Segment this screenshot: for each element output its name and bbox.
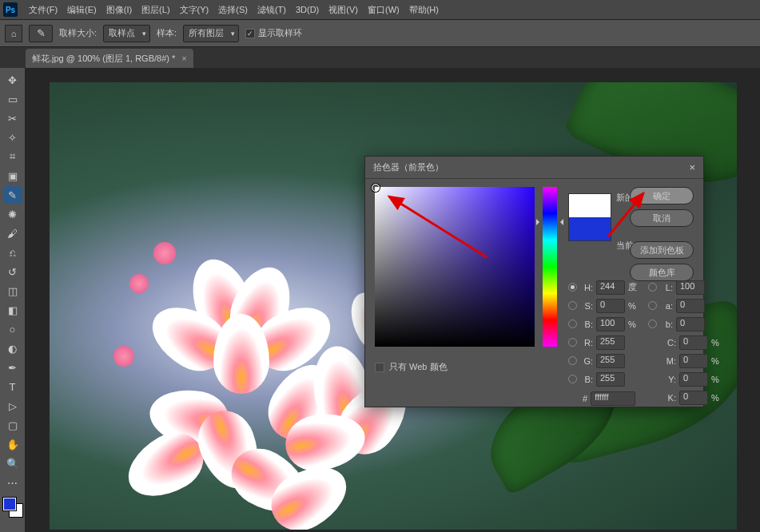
menu-3d[interactable]: 3D(D) [291, 5, 324, 14]
label-b2: b: [660, 320, 673, 329]
crop-tool[interactable]: ⌗ [3, 148, 22, 165]
label-l: L: [660, 283, 673, 292]
input-g[interactable]: 255 [596, 354, 625, 368]
label-k: K: [663, 393, 676, 403]
history-brush-tool[interactable]: ↺ [3, 263, 22, 280]
input-m[interactable]: 0 [679, 354, 708, 368]
label-a: a: [660, 301, 673, 311]
radio-l[interactable] [648, 283, 657, 292]
menu-view[interactable]: 视图(V) [324, 4, 363, 16]
canvas-area[interactable]: 拾色器（前景色） × 新的 当前 [26, 68, 760, 532]
blur-tool[interactable]: ○ [3, 320, 22, 338]
menu-file[interactable]: 文件(F) [24, 4, 62, 16]
document-tab-row: 鲜花.jpg @ 100% (图层 1, RGB/8#) * × [0, 47, 760, 68]
checkbox-icon: ✓ [245, 29, 255, 38]
gradient-tool[interactable]: ◧ [3, 301, 22, 319]
close-icon[interactable]: × [689, 161, 695, 173]
input-b2[interactable]: 0 [676, 317, 705, 332]
dialog-titlebar[interactable]: 拾色器（前景色） × [365, 157, 703, 179]
label-h: H: [580, 283, 593, 292]
document-tab-title: 鲜花.jpg @ 100% (图层 1, RGB/8#) * [32, 53, 175, 65]
input-s[interactable]: 0 [596, 299, 625, 313]
frame-tool[interactable]: ▣ [3, 167, 22, 185]
color-swatches[interactable] [3, 498, 22, 517]
hue-slider[interactable] [543, 187, 557, 347]
sample-size-label: 取样大小: [59, 27, 97, 39]
label-s: S: [580, 301, 593, 311]
menu-help[interactable]: 帮助(H) [404, 4, 444, 16]
saturation-value-box[interactable] [375, 187, 535, 347]
input-h[interactable]: 244 [596, 280, 625, 295]
radio-a[interactable] [648, 301, 657, 310]
menu-type[interactable]: 文字(Y) [175, 4, 214, 16]
menu-select[interactable]: 选择(S) [213, 4, 253, 16]
input-l[interactable]: 100 [676, 280, 705, 295]
preview-new [569, 194, 611, 217]
eyedropper-tool-icon[interactable]: ✎ [29, 25, 53, 42]
unit-y: % [711, 375, 722, 384]
unit-m: % [711, 356, 722, 366]
eraser-tool[interactable]: ◫ [3, 282, 22, 300]
type-tool[interactable]: T [3, 378, 22, 395]
hand-tool[interactable]: ✋ [3, 435, 22, 453]
input-r[interactable]: 255 [596, 335, 625, 350]
more-tools[interactable]: ⋯ [3, 474, 22, 491]
input-b[interactable]: 100 [596, 317, 625, 332]
radio-g[interactable] [568, 356, 577, 365]
dialog-title: 拾色器（前景色） [373, 161, 444, 173]
sample-layer-select[interactable]: 所有图层 [183, 25, 239, 42]
lasso-tool[interactable]: ✂ [3, 109, 22, 127]
add-swatch-button[interactable]: 添加到色板 [630, 241, 694, 259]
web-only-label: 只有 Web 颜色 [389, 361, 448, 373]
menu-window[interactable]: 窗口(W) [363, 4, 404, 16]
menu-image[interactable]: 图像(I) [101, 4, 137, 16]
close-tab-icon[interactable]: × [181, 54, 186, 63]
radio-h[interactable] [568, 283, 577, 292]
preview-current [569, 217, 611, 240]
sv-marker [372, 184, 380, 192]
hex-input[interactable]: ffffff [591, 391, 635, 406]
dodge-tool[interactable]: ◐ [3, 339, 22, 357]
input-a[interactable]: 0 [676, 299, 705, 313]
input-k[interactable]: 0 [679, 391, 708, 405]
show-ring-label: 显示取样环 [258, 27, 302, 39]
show-ring-checkbox[interactable]: ✓ 显示取样环 [245, 27, 302, 39]
unit-k: % [711, 393, 722, 403]
radio-s[interactable] [568, 301, 577, 310]
sample-size-select[interactable]: 取样点 [103, 25, 150, 42]
unit-s: % [628, 301, 639, 311]
ok-button[interactable]: 确定 [630, 187, 694, 204]
label-y: Y: [663, 375, 676, 384]
foreground-swatch[interactable] [3, 498, 16, 510]
radio-b2[interactable] [648, 320, 657, 328]
marquee-tool[interactable]: ▭ [3, 90, 22, 108]
shape-tool[interactable]: ▢ [3, 416, 22, 434]
color-preview [568, 193, 611, 241]
move-tool[interactable]: ✥ [3, 71, 22, 89]
radio-b[interactable] [568, 320, 577, 328]
input-bb[interactable]: 255 [596, 372, 625, 387]
path-tool[interactable]: ▷ [3, 397, 22, 415]
app-logo: Ps [3, 2, 18, 17]
zoom-tool[interactable]: 🔍 [3, 455, 22, 472]
pen-tool[interactable]: ✒ [3, 359, 22, 376]
stamp-tool[interactable]: ⎌ [3, 244, 22, 261]
radio-r[interactable] [568, 338, 577, 347]
unit-b: % [628, 320, 639, 329]
menu-layer[interactable]: 图层(L) [137, 4, 174, 16]
cancel-button[interactable]: 取消 [630, 209, 694, 227]
input-c[interactable]: 0 [679, 335, 708, 350]
eyedropper-tool[interactable]: ✎ [3, 186, 22, 204]
options-bar: ⌂ ✎ 取样大小: 取样点 样本: 所有图层 ✓ 显示取样环 [0, 20, 760, 47]
brush-tool[interactable]: 🖌 [3, 224, 22, 242]
menu-filter[interactable]: 滤镜(T) [253, 4, 291, 16]
web-only-checkbox[interactable]: 只有 Web 颜色 [375, 361, 448, 373]
home-button[interactable]: ⌂ [5, 25, 22, 42]
document-tab[interactable]: 鲜花.jpg @ 100% (图层 1, RGB/8#) * × [26, 49, 193, 68]
menu-edit[interactable]: 编辑(E) [62, 4, 101, 16]
sample-size-value: 取样点 [109, 27, 135, 39]
radio-bb[interactable] [568, 375, 577, 383]
wand-tool[interactable]: ✧ [3, 129, 22, 146]
input-y[interactable]: 0 [679, 372, 708, 387]
heal-tool[interactable]: ✺ [3, 205, 22, 223]
